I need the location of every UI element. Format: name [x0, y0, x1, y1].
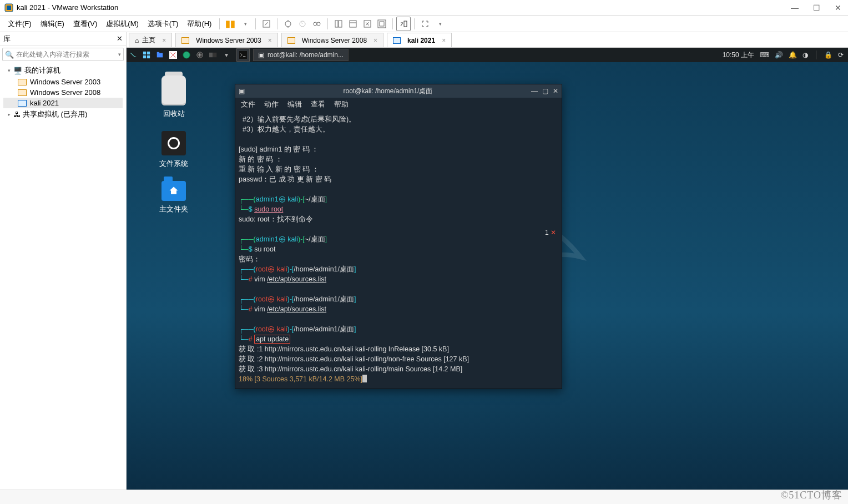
terminal-title-text: root@kali: /home/admin1/桌面	[245, 87, 531, 96]
launcher1-icon[interactable]	[166, 48, 180, 62]
term-menu-view[interactable]: 查看	[311, 99, 325, 109]
library-search[interactable]: 🔍 ▾	[2, 48, 124, 61]
term-progress: 18% [3 Sources 3,571 kB/14.2 MB 25%]	[239, 375, 362, 383]
workspace-icon[interactable]	[206, 48, 220, 62]
terminal-output[interactable]: #2）输入前要先考虑(后果和风险)。 #3）权力越大，责任越大。 [sudo] …	[235, 111, 562, 389]
term-dir: /home/admin1/桌面	[294, 295, 354, 303]
menu-vm[interactable]: 虚拟机(M)	[102, 17, 143, 31]
view-stretch-button[interactable]	[360, 17, 375, 31]
desktop-home[interactable]: 主文件夹	[149, 181, 199, 214]
tree-shared-vms[interactable]: ▸ 🖧 共享虚拟机 (已弃用)	[3, 108, 123, 120]
tab-ws2008[interactable]: Windows Server 2008×	[281, 33, 383, 47]
lock-icon[interactable]: 🔒	[824, 51, 832, 59]
status-bar	[0, 490, 848, 504]
tree-vm-label: kali 2021	[30, 99, 59, 107]
kali-menu-icon[interactable]	[127, 48, 140, 62]
tab-home[interactable]: ⌂ 主页 ×	[129, 33, 172, 47]
menu-help[interactable]: 帮助(H)	[183, 17, 216, 31]
keyboard-icon[interactable]: ⌨	[760, 51, 769, 59]
vm-icon	[181, 37, 189, 44]
tree-vm-kali[interactable]: kali 2021	[3, 98, 123, 108]
search-dropdown-icon[interactable]: ▾	[118, 52, 121, 57]
maximize-button[interactable]: ☐	[813, 3, 820, 12]
power-icon[interactable]: ⟳	[838, 51, 844, 59]
updates-icon[interactable]: ◑	[802, 51, 808, 59]
snapshot-manage-button[interactable]	[310, 17, 324, 31]
library-close-button[interactable]: ✕	[117, 34, 123, 43]
tree-vm-label: Windows Server 2008	[30, 88, 100, 97]
fullscreen-dropdown[interactable]: ▾	[432, 17, 447, 31]
svg-rect-12	[378, 20, 386, 28]
volume-icon[interactable]: 🔊	[775, 51, 783, 59]
terminal-minimize-button[interactable]: —	[531, 87, 538, 95]
tree-vm-ws2003[interactable]: Windows Server 2003	[3, 77, 123, 87]
send-ctrlaltdel-button[interactable]	[259, 17, 274, 31]
terminal-titlebar[interactable]: ▣ root@kali: /home/admin1/桌面 — ▢ ✕	[235, 84, 562, 98]
svg-point-3	[285, 21, 291, 27]
clock-label[interactable]: 10:50 上午	[723, 51, 754, 60]
tab-kali[interactable]: kali 2021×	[387, 33, 452, 47]
taskbar-terminal-button[interactable]: ▣ root@kali: /home/admin...	[253, 49, 349, 61]
svg-rect-16	[147, 52, 150, 54]
tree-root-my-computer[interactable]: ▾ 🖥️ 我的计算机	[3, 64, 123, 77]
term-menu-help[interactable]: 帮助	[334, 99, 349, 109]
tree-vm-ws2008[interactable]: Windows Server 2008	[3, 87, 123, 98]
tab-close-icon[interactable]: ×	[373, 37, 377, 44]
term-menu-edit[interactable]: 编辑	[287, 99, 302, 109]
term-path: /etc/apt/sources.list	[267, 275, 326, 283]
home-folder-icon	[161, 181, 186, 201]
terminal-window[interactable]: ▣ root@kali: /home/admin1/桌面 — ▢ ✕ 文件 动作…	[235, 84, 562, 389]
minimize-button[interactable]: —	[791, 3, 799, 12]
tab-close-icon[interactable]: ×	[162, 37, 166, 44]
term-user: admin1㉿ kali	[256, 195, 298, 203]
snapshot-revert-button[interactable]	[295, 17, 310, 31]
enter-unity-button[interactable]	[396, 17, 411, 31]
vm-guest-screen[interactable]: ▾ ▣ root@kali: /home/admin... 10:50 上午 ⌨…	[127, 48, 848, 490]
power-dropdown[interactable]: ▾	[238, 17, 252, 31]
terminal-maximize-button[interactable]: ▢	[542, 87, 548, 95]
window-titlebar: kali 2021 - VMware Workstation — ☐ ✕	[0, 0, 848, 16]
tab-label: kali 2021	[407, 37, 435, 44]
term-menu-file[interactable]: 文件	[241, 99, 255, 109]
vmware-logo-icon	[4, 3, 13, 12]
close-button[interactable]: ✕	[835, 3, 841, 12]
term-menu-actions[interactable]: 动作	[264, 99, 279, 109]
tab-ws2003[interactable]: Windows Server 2003×	[175, 33, 277, 47]
shared-icon: 🖧	[13, 110, 21, 119]
term-line: #2）输入前要先考虑(后果和风险)。	[239, 115, 356, 123]
menu-view[interactable]: 查看(V)	[69, 17, 102, 31]
menu-edit[interactable]: 编辑(E)	[36, 17, 69, 31]
library-search-input[interactable]	[16, 51, 117, 58]
view-fullscreen-button[interactable]	[375, 17, 389, 31]
tab-close-icon[interactable]: ×	[268, 37, 272, 44]
svg-rect-14	[404, 21, 407, 27]
launcher3-icon[interactable]	[193, 48, 206, 62]
view-console-button[interactable]	[346, 17, 360, 31]
notifications-icon[interactable]: 🔔	[789, 51, 797, 59]
svg-rect-19	[157, 53, 163, 58]
tab-bar: ⌂ 主页 × Windows Server 2003× Windows Serv…	[127, 32, 848, 48]
tree-vm-label: Windows Server 2003	[30, 78, 100, 86]
desktop-filesystem[interactable]: 文件系统	[149, 131, 199, 169]
panel-dropdown-icon[interactable]: ▾	[220, 48, 233, 62]
files-icon[interactable]	[153, 48, 166, 62]
tab-home-label: 主页	[142, 36, 155, 45]
menu-tabs[interactable]: 选项卡(T)	[143, 17, 183, 31]
browser-icon[interactable]	[180, 48, 193, 62]
view-single-button[interactable]	[331, 17, 346, 31]
taskbar-terminal-icon[interactable]	[236, 48, 250, 62]
pause-button[interactable]: ▮▮	[223, 17, 238, 31]
tab-close-icon[interactable]: ×	[442, 37, 446, 44]
term-line: passwd：已 成 功 更 新 密 码	[239, 175, 331, 183]
menu-file[interactable]: 文件(F)	[3, 17, 36, 31]
svg-rect-17	[143, 56, 146, 58]
svg-rect-18	[147, 56, 150, 58]
computer-icon: 🖥️	[13, 67, 22, 75]
desktop-trash[interactable]: 回收站	[149, 75, 199, 119]
show-desktop-icon[interactable]	[140, 48, 153, 62]
snapshot-take-button[interactable]	[281, 17, 295, 31]
svg-rect-20	[157, 52, 159, 54]
terminal-close-button[interactable]: ✕	[553, 87, 558, 95]
cycle-fullscreen-button[interactable]	[418, 17, 432, 31]
library-pane: 库 ✕ 🔍 ▾ ▾ 🖥️ 我的计算机 Windows Server 2003 W…	[0, 32, 127, 490]
